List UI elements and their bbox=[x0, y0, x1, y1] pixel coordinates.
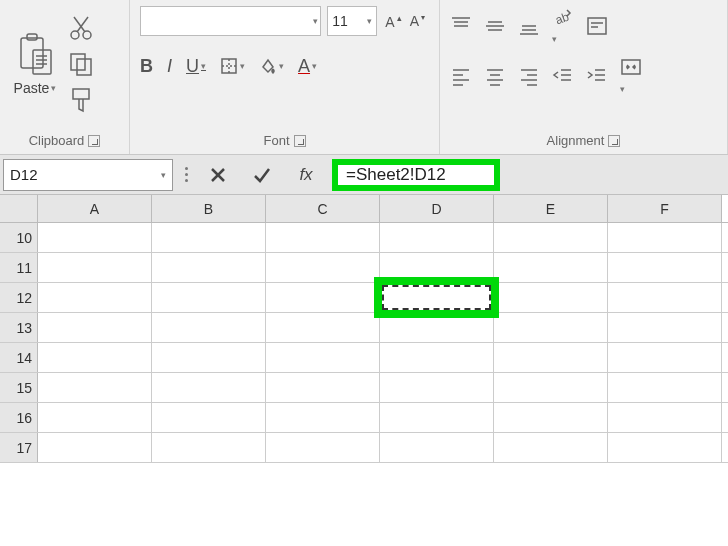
row-header[interactable]: 17 bbox=[0, 433, 38, 462]
col-header[interactable]: A bbox=[38, 195, 152, 222]
row-header[interactable]: 15 bbox=[0, 373, 38, 402]
cell[interactable] bbox=[494, 403, 608, 432]
cell[interactable] bbox=[266, 403, 380, 432]
row-header[interactable]: 13 bbox=[0, 313, 38, 342]
cell[interactable] bbox=[152, 433, 266, 462]
col-header[interactable]: B bbox=[152, 195, 266, 222]
increase-indent-icon[interactable] bbox=[586, 65, 608, 87]
orientation-icon[interactable]: ab▾ bbox=[552, 6, 574, 46]
cell[interactable] bbox=[608, 373, 722, 402]
cell[interactable] bbox=[380, 253, 494, 282]
cell[interactable] bbox=[38, 313, 152, 342]
cell[interactable] bbox=[494, 343, 608, 372]
align-middle-icon[interactable] bbox=[484, 15, 506, 37]
cell[interactable] bbox=[152, 283, 266, 312]
cut-icon[interactable] bbox=[68, 15, 94, 41]
cell[interactable] bbox=[152, 313, 266, 342]
cell[interactable] bbox=[494, 283, 608, 312]
col-header[interactable]: C bbox=[266, 195, 380, 222]
cell[interactable] bbox=[38, 403, 152, 432]
font-size-dropdown[interactable]: 11▾ bbox=[327, 6, 377, 36]
cell[interactable] bbox=[266, 343, 380, 372]
cell[interactable] bbox=[152, 343, 266, 372]
cell[interactable] bbox=[152, 373, 266, 402]
decrease-indent-icon[interactable] bbox=[552, 65, 574, 87]
cell[interactable] bbox=[380, 403, 494, 432]
col-header[interactable]: F bbox=[608, 195, 722, 222]
cell[interactable] bbox=[608, 313, 722, 342]
italic-button[interactable]: I bbox=[167, 56, 172, 77]
cell[interactable] bbox=[608, 343, 722, 372]
row-header[interactable]: 11 bbox=[0, 253, 38, 282]
borders-button[interactable]: ▾ bbox=[220, 57, 245, 75]
row-header[interactable]: 14 bbox=[0, 343, 38, 372]
grow-shrink-font[interactable]: A▴ A▾ bbox=[383, 13, 429, 30]
cell[interactable] bbox=[380, 313, 494, 342]
cell[interactable] bbox=[608, 223, 722, 252]
enter-button[interactable] bbox=[244, 159, 280, 191]
col-header[interactable]: D bbox=[380, 195, 494, 222]
copy-icon[interactable] bbox=[68, 51, 94, 77]
cell[interactable] bbox=[494, 313, 608, 342]
spreadsheet-grid[interactable]: A B C D E F 10 11 12 13 14 15 16 17 bbox=[0, 195, 728, 546]
cell-d12-active[interactable] bbox=[380, 283, 494, 312]
name-box[interactable]: D12▾ bbox=[3, 159, 173, 191]
col-header[interactable]: E bbox=[494, 195, 608, 222]
align-center-icon[interactable] bbox=[484, 65, 506, 87]
align-left-icon[interactable] bbox=[450, 65, 472, 87]
cell[interactable] bbox=[152, 403, 266, 432]
font-size-value: 11 bbox=[332, 13, 348, 29]
clipboard-dialog-launcher[interactable] bbox=[88, 135, 100, 147]
font-color-button[interactable]: A ▾ bbox=[298, 56, 317, 77]
wrap-text-icon[interactable] bbox=[586, 15, 608, 37]
cell[interactable] bbox=[38, 373, 152, 402]
cell[interactable] bbox=[266, 313, 380, 342]
cell[interactable] bbox=[38, 283, 152, 312]
row-header[interactable]: 10 bbox=[0, 223, 38, 252]
formula-input[interactable]: =Sheet2!D12 bbox=[332, 159, 500, 191]
row-header[interactable]: 12 bbox=[0, 283, 38, 312]
align-right-icon[interactable] bbox=[518, 65, 540, 87]
cell[interactable] bbox=[38, 433, 152, 462]
decrease-font-icon[interactable]: A▾ bbox=[408, 13, 429, 30]
menu-dots-icon[interactable] bbox=[181, 167, 192, 182]
cell[interactable] bbox=[266, 253, 380, 282]
cell[interactable] bbox=[608, 433, 722, 462]
format-painter-icon[interactable] bbox=[68, 87, 94, 113]
cell[interactable] bbox=[608, 403, 722, 432]
cell[interactable] bbox=[38, 343, 152, 372]
cell[interactable] bbox=[266, 433, 380, 462]
cell[interactable] bbox=[380, 373, 494, 402]
cell[interactable] bbox=[494, 223, 608, 252]
cancel-button[interactable] bbox=[200, 159, 236, 191]
cell[interactable] bbox=[266, 283, 380, 312]
cell[interactable] bbox=[380, 433, 494, 462]
alignment-dialog-launcher[interactable] bbox=[608, 135, 620, 147]
cell[interactable] bbox=[608, 253, 722, 282]
increase-font-icon[interactable]: A▴ bbox=[383, 13, 405, 30]
cell[interactable] bbox=[38, 223, 152, 252]
cell[interactable] bbox=[494, 253, 608, 282]
cell[interactable] bbox=[608, 283, 722, 312]
cell[interactable] bbox=[494, 433, 608, 462]
cell[interactable] bbox=[266, 373, 380, 402]
cell[interactable] bbox=[152, 253, 266, 282]
align-top-icon[interactable] bbox=[450, 15, 472, 37]
select-all-corner[interactable] bbox=[0, 195, 38, 222]
bold-button[interactable]: B bbox=[140, 56, 153, 77]
fill-color-button[interactable]: ▾ bbox=[259, 57, 284, 75]
row-header[interactable]: 16 bbox=[0, 403, 38, 432]
insert-function-button[interactable]: fx bbox=[288, 159, 324, 191]
underline-button[interactable]: U ▾ bbox=[186, 56, 206, 77]
cell[interactable] bbox=[38, 253, 152, 282]
cell[interactable] bbox=[266, 223, 380, 252]
cell[interactable] bbox=[152, 223, 266, 252]
cell[interactable] bbox=[380, 223, 494, 252]
align-bottom-icon[interactable] bbox=[518, 15, 540, 37]
paste-button[interactable]: Paste▾ bbox=[6, 6, 64, 122]
merge-center-icon[interactable]: ▾ bbox=[620, 56, 642, 96]
cell[interactable] bbox=[494, 373, 608, 402]
font-family-dropdown[interactable]: ▾ bbox=[140, 6, 321, 36]
font-dialog-launcher[interactable] bbox=[294, 135, 306, 147]
cell[interactable] bbox=[380, 343, 494, 372]
